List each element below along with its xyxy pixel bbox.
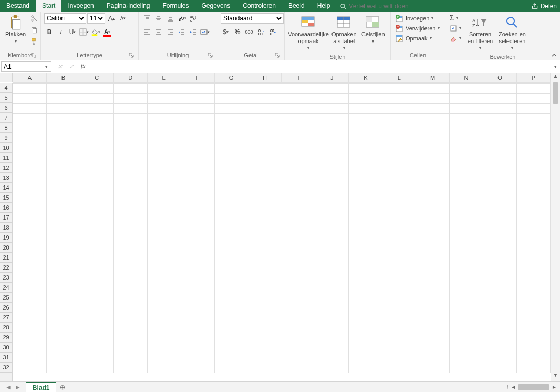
cell[interactable] (483, 133, 517, 143)
cell[interactable] (80, 133, 113, 143)
cell[interactable] (147, 283, 181, 293)
cell[interactable] (416, 203, 450, 213)
cell[interactable] (517, 293, 551, 303)
cell[interactable] (13, 163, 47, 173)
cell[interactable] (382, 343, 416, 353)
cell[interactable] (483, 213, 517, 223)
paste-button[interactable]: Plakken ▾ (3, 13, 28, 46)
cell[interactable] (80, 123, 113, 133)
cell[interactable] (483, 203, 517, 213)
cell[interactable] (80, 313, 113, 323)
font-dialog-launcher[interactable] (129, 53, 135, 59)
cell[interactable] (181, 283, 214, 293)
cell[interactable] (349, 203, 382, 213)
cell[interactable] (483, 303, 517, 313)
cell[interactable] (113, 93, 147, 103)
cell[interactable] (416, 183, 450, 193)
cell[interactable] (382, 143, 416, 153)
cell[interactable] (382, 183, 416, 193)
cell[interactable] (450, 283, 483, 293)
cell[interactable] (416, 213, 450, 223)
cell[interactable] (315, 313, 349, 323)
cell[interactable] (315, 193, 349, 203)
cell[interactable] (46, 183, 80, 193)
hscroll-thumb[interactable] (518, 384, 549, 390)
cell[interactable] (450, 143, 483, 153)
cell[interactable] (181, 243, 214, 253)
cell[interactable] (416, 243, 450, 253)
cell[interactable] (181, 343, 214, 353)
cell[interactable] (147, 143, 181, 153)
borders-button[interactable]: ▾ (79, 27, 89, 37)
cell[interactable] (181, 173, 214, 183)
cell[interactable] (181, 363, 214, 373)
cell[interactable] (46, 193, 80, 203)
cell[interactable] (46, 273, 80, 283)
cell[interactable] (483, 363, 517, 373)
cell[interactable] (214, 93, 248, 103)
collapse-ribbon-button[interactable] (551, 51, 558, 59)
cell[interactable] (46, 123, 80, 133)
cell[interactable] (282, 323, 315, 333)
format-as-table-button[interactable]: Opmaken als tabel▾ (329, 13, 359, 53)
cell[interactable] (214, 293, 248, 303)
sort-filter-button[interactable]: AZ Sorteren en filteren▾ (464, 13, 496, 53)
cell[interactable] (13, 93, 47, 103)
cell[interactable] (315, 223, 349, 233)
cell[interactable] (147, 173, 181, 183)
cell[interactable] (349, 173, 382, 183)
row-header[interactable]: 27 (0, 313, 12, 323)
cell[interactable] (80, 303, 113, 313)
row-header[interactable]: 10 (0, 143, 12, 153)
cell[interactable] (416, 123, 450, 133)
cell[interactable] (450, 123, 483, 133)
cell[interactable] (147, 223, 181, 233)
cell[interactable] (248, 113, 282, 123)
cell[interactable] (282, 253, 315, 263)
cell[interactable] (349, 293, 382, 303)
cell[interactable] (416, 113, 450, 123)
orientation-button[interactable]: ab▾ (177, 13, 187, 24)
cell[interactable] (416, 343, 450, 353)
cell[interactable] (416, 293, 450, 303)
row-header[interactable]: 8 (0, 123, 12, 133)
name-box[interactable]: ▾ (1, 61, 51, 72)
align-left-button[interactable] (142, 27, 152, 37)
cell[interactable] (450, 313, 483, 323)
align-bottom-button[interactable] (165, 13, 175, 24)
cell[interactable] (450, 343, 483, 353)
cell[interactable] (248, 153, 282, 163)
cell[interactable] (349, 333, 382, 343)
cell[interactable] (517, 353, 551, 363)
cell[interactable] (382, 233, 416, 243)
number-format-combo[interactable]: Standaard (221, 13, 284, 24)
cell[interactable] (80, 223, 113, 233)
cell[interactable] (113, 233, 147, 243)
cell[interactable] (147, 313, 181, 323)
cell[interactable] (282, 183, 315, 193)
cell[interactable] (282, 293, 315, 303)
sheet-nav-next[interactable]: ► (15, 384, 21, 391)
cell[interactable] (349, 253, 382, 263)
cell[interactable] (517, 153, 551, 163)
cell[interactable] (248, 193, 282, 203)
cell[interactable] (147, 93, 181, 103)
cell[interactable] (382, 153, 416, 163)
column-header[interactable]: G (214, 73, 248, 82)
cell[interactable] (282, 163, 315, 173)
increase-font-button[interactable]: A▴ (106, 13, 117, 24)
scroll-thumb[interactable] (553, 82, 558, 104)
cell[interactable] (181, 153, 214, 163)
alignment-dialog-launcher[interactable] (208, 53, 214, 59)
decrease-indent-button[interactable] (177, 27, 187, 37)
cell[interactable] (349, 183, 382, 193)
cell[interactable] (13, 213, 47, 223)
cell[interactable] (147, 273, 181, 283)
align-middle-button[interactable] (153, 13, 164, 24)
cell[interactable] (416, 303, 450, 313)
cell[interactable] (147, 343, 181, 353)
cell[interactable] (315, 143, 349, 153)
cell[interactable] (147, 123, 181, 133)
sheet-nav-prev[interactable]: ◄ (5, 384, 12, 391)
cell[interactable] (282, 193, 315, 203)
